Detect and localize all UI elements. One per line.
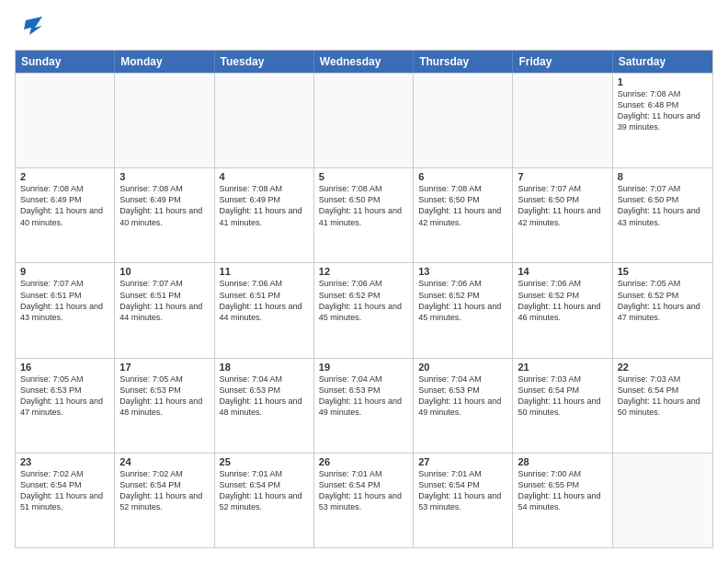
day-info: Sunrise: 7:03 AM Sunset: 6:54 PM Dayligh… — [518, 373, 607, 419]
calendar-row: 2Sunrise: 7:08 AM Sunset: 6:49 PM Daylig… — [16, 167, 712, 262]
day-info: Sunrise: 7:01 AM Sunset: 6:54 PM Dayligh… — [418, 468, 507, 513]
calendar-cell: 21Sunrise: 7:03 AM Sunset: 6:54 PM Dayli… — [513, 359, 612, 453]
day-number: 10 — [119, 266, 209, 277]
day-info: Sunrise: 7:06 AM Sunset: 6:52 PM Dayligh… — [518, 278, 607, 323]
calendar-cell: 22Sunrise: 7:03 AM Sunset: 6:54 PM Dayli… — [613, 359, 712, 453]
day-number: 3 — [119, 171, 209, 182]
calendar-cell: 9Sunrise: 7:07 AM Sunset: 6:51 PM Daylig… — [16, 263, 115, 357]
day-number: 20 — [418, 362, 507, 373]
calendar-cell — [513, 74, 612, 167]
calendar-cell: 14Sunrise: 7:06 AM Sunset: 6:52 PM Dayli… — [513, 263, 612, 357]
calendar-cell: 15Sunrise: 7:05 AM Sunset: 6:52 PM Dayli… — [613, 263, 712, 357]
day-number: 12 — [319, 266, 408, 277]
calendar-cell: 24Sunrise: 7:02 AM Sunset: 6:54 PM Dayli… — [115, 454, 214, 547]
day-info: Sunrise: 7:08 AM Sunset: 6:50 PM Dayligh… — [418, 183, 507, 228]
calendar-cell: 11Sunrise: 7:06 AM Sunset: 6:51 PM Dayli… — [215, 263, 314, 357]
day-number: 16 — [20, 362, 109, 373]
logo — [15, 15, 42, 40]
day-info: Sunrise: 7:06 AM Sunset: 6:52 PM Dayligh… — [319, 278, 408, 323]
weekday-header: Sunday — [16, 51, 115, 73]
day-number: 24 — [119, 456, 209, 467]
day-number: 9 — [20, 266, 109, 277]
calendar-cell: 19Sunrise: 7:04 AM Sunset: 6:53 PM Dayli… — [314, 359, 414, 453]
day-number: 27 — [418, 456, 507, 467]
weekday-header: Tuesday — [215, 51, 314, 73]
header — [15, 15, 713, 40]
calendar-cell — [115, 74, 214, 167]
day-info: Sunrise: 7:08 AM Sunset: 6:49 PM Dayligh… — [20, 183, 109, 228]
day-info: Sunrise: 7:05 AM Sunset: 6:52 PM Dayligh… — [618, 278, 708, 323]
calendar-cell: 7Sunrise: 7:07 AM Sunset: 6:50 PM Daylig… — [513, 168, 612, 262]
weekday-header: Friday — [513, 51, 612, 73]
day-info: Sunrise: 7:04 AM Sunset: 6:53 PM Dayligh… — [418, 373, 507, 419]
day-number: 26 — [319, 456, 408, 467]
day-number: 8 — [618, 171, 708, 182]
day-number: 22 — [618, 362, 708, 373]
calendar-cell: 25Sunrise: 7:01 AM Sunset: 6:54 PM Dayli… — [215, 454, 314, 547]
calendar-cell: 23Sunrise: 7:02 AM Sunset: 6:54 PM Dayli… — [16, 454, 115, 547]
calendar-cell: 20Sunrise: 7:04 AM Sunset: 6:53 PM Dayli… — [414, 359, 513, 453]
calendar-cell: 8Sunrise: 7:07 AM Sunset: 6:50 PM Daylig… — [613, 168, 712, 262]
calendar-cell — [314, 74, 414, 167]
calendar-cell — [414, 74, 513, 167]
day-info: Sunrise: 7:00 AM Sunset: 6:55 PM Dayligh… — [518, 468, 607, 513]
calendar-cell: 27Sunrise: 7:01 AM Sunset: 6:54 PM Dayli… — [414, 454, 513, 547]
calendar-cell: 13Sunrise: 7:06 AM Sunset: 6:52 PM Dayli… — [414, 263, 513, 357]
day-number: 14 — [518, 266, 607, 277]
day-number: 28 — [518, 456, 607, 467]
logo-bird-icon — [17, 15, 42, 40]
weekday-header: Saturday — [613, 51, 712, 73]
page: SundayMondayTuesdayWednesdayThursdayFrid… — [0, 0, 728, 563]
day-info: Sunrise: 7:07 AM Sunset: 6:51 PM Dayligh… — [119, 278, 209, 323]
weekday-header: Thursday — [414, 51, 513, 73]
day-number: 5 — [319, 171, 408, 182]
calendar-cell: 26Sunrise: 7:01 AM Sunset: 6:54 PM Dayli… — [314, 454, 414, 547]
day-info: Sunrise: 7:07 AM Sunset: 6:50 PM Dayligh… — [618, 183, 708, 228]
day-info: Sunrise: 7:05 AM Sunset: 6:53 PM Dayligh… — [119, 373, 209, 419]
calendar-cell: 16Sunrise: 7:05 AM Sunset: 6:53 PM Dayli… — [16, 359, 115, 453]
calendar-cell — [16, 74, 115, 167]
day-number: 4 — [220, 171, 309, 182]
day-number: 19 — [319, 362, 408, 373]
day-info: Sunrise: 7:07 AM Sunset: 6:50 PM Dayligh… — [518, 183, 607, 228]
calendar-row: 23Sunrise: 7:02 AM Sunset: 6:54 PM Dayli… — [16, 453, 712, 547]
calendar-body: 1Sunrise: 7:08 AM Sunset: 6:48 PM Daylig… — [16, 73, 712, 547]
calendar: SundayMondayTuesdayWednesdayThursdayFrid… — [15, 50, 713, 548]
calendar-cell: 2Sunrise: 7:08 AM Sunset: 6:49 PM Daylig… — [16, 168, 115, 262]
calendar-cell: 28Sunrise: 7:00 AM Sunset: 6:55 PM Dayli… — [513, 454, 612, 547]
day-info: Sunrise: 7:08 AM Sunset: 6:49 PM Dayligh… — [119, 183, 209, 228]
svg-marker-0 — [24, 17, 42, 35]
day-info: Sunrise: 7:06 AM Sunset: 6:51 PM Dayligh… — [220, 278, 309, 323]
weekday-header: Monday — [115, 51, 214, 73]
day-info: Sunrise: 7:08 AM Sunset: 6:48 PM Dayligh… — [618, 88, 708, 133]
calendar-cell: 4Sunrise: 7:08 AM Sunset: 6:49 PM Daylig… — [215, 168, 314, 262]
calendar-cell — [613, 454, 712, 547]
day-number: 23 — [20, 456, 109, 467]
calendar-cell: 18Sunrise: 7:04 AM Sunset: 6:53 PM Dayli… — [215, 359, 314, 453]
day-number: 25 — [220, 456, 309, 467]
day-info: Sunrise: 7:02 AM Sunset: 6:54 PM Dayligh… — [20, 468, 109, 513]
day-info: Sunrise: 7:07 AM Sunset: 6:51 PM Dayligh… — [20, 278, 109, 323]
calendar-cell: 10Sunrise: 7:07 AM Sunset: 6:51 PM Dayli… — [115, 263, 214, 357]
calendar-header: SundayMondayTuesdayWednesdayThursdayFrid… — [16, 51, 712, 73]
day-number: 15 — [618, 266, 708, 277]
day-number: 13 — [418, 266, 507, 277]
day-number: 17 — [119, 362, 209, 373]
day-number: 11 — [220, 266, 309, 277]
day-info: Sunrise: 7:01 AM Sunset: 6:54 PM Dayligh… — [319, 468, 408, 513]
day-number: 6 — [418, 171, 507, 182]
day-info: Sunrise: 7:02 AM Sunset: 6:54 PM Dayligh… — [119, 468, 209, 513]
calendar-cell: 17Sunrise: 7:05 AM Sunset: 6:53 PM Dayli… — [115, 359, 214, 453]
day-number: 2 — [20, 171, 109, 182]
day-info: Sunrise: 7:06 AM Sunset: 6:52 PM Dayligh… — [418, 278, 507, 323]
day-info: Sunrise: 7:04 AM Sunset: 6:53 PM Dayligh… — [220, 373, 309, 419]
day-info: Sunrise: 7:01 AM Sunset: 6:54 PM Dayligh… — [220, 468, 309, 513]
calendar-cell: 5Sunrise: 7:08 AM Sunset: 6:50 PM Daylig… — [314, 168, 414, 262]
calendar-cell — [215, 74, 314, 167]
calendar-row: 16Sunrise: 7:05 AM Sunset: 6:53 PM Dayli… — [16, 358, 712, 453]
calendar-row: 9Sunrise: 7:07 AM Sunset: 6:51 PM Daylig… — [16, 262, 712, 357]
day-number: 1 — [618, 76, 708, 87]
day-info: Sunrise: 7:05 AM Sunset: 6:53 PM Dayligh… — [20, 373, 109, 419]
calendar-cell: 12Sunrise: 7:06 AM Sunset: 6:52 PM Dayli… — [314, 263, 414, 357]
calendar-row: 1Sunrise: 7:08 AM Sunset: 6:48 PM Daylig… — [16, 73, 712, 167]
